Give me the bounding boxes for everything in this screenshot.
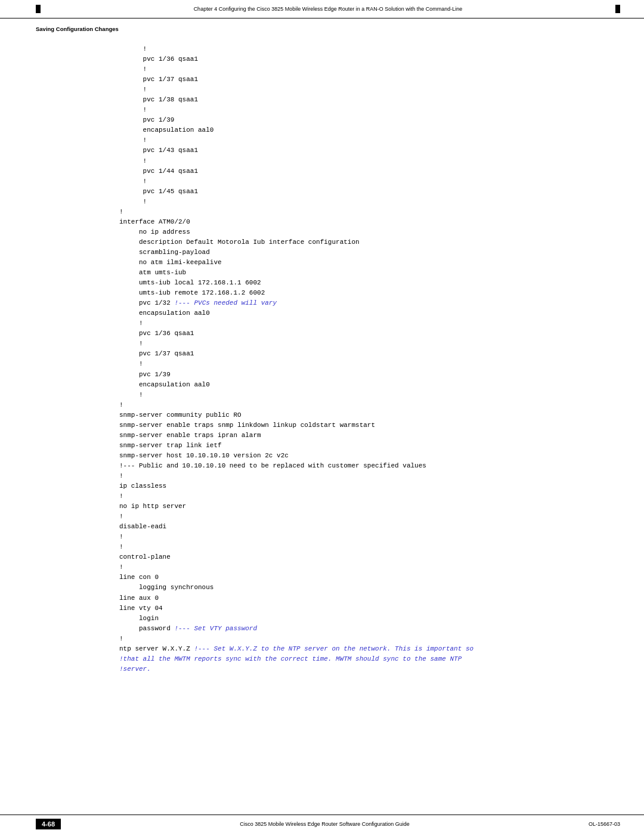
- code-line: encapsulation aal0: [119, 125, 620, 135]
- code-line: !: [119, 491, 620, 501]
- page: Chapter 4 Configuring the Cisco 3825 Mob…: [0, 0, 644, 833]
- code-line: !: [119, 400, 620, 410]
- code-line: !: [119, 532, 620, 542]
- code-line: pvc 1/39: [119, 370, 620, 380]
- code-line: snmp-server community public RO: [119, 410, 620, 420]
- code-line: control-plane: [119, 552, 620, 562]
- code-line: !that all the MWTM reports sync with the…: [119, 654, 620, 664]
- code-line: pvc 1/38 qsaa1: [119, 95, 620, 105]
- code-line: no ip address: [119, 227, 620, 237]
- code-line: line con 0: [119, 572, 620, 583]
- code-line: pvc 1/37 qsaa1: [119, 75, 620, 85]
- code-line: line aux 0: [119, 593, 620, 603]
- code-line: snmp-server enable traps ipran alarm: [119, 431, 620, 441]
- code-line: !--- Public and 10.10.10.10 need to be r…: [119, 461, 620, 471]
- section-heading: Saving Configuration Changes: [0, 18, 644, 32]
- code-line: ip classless: [119, 481, 620, 491]
- code-line: !server.: [119, 664, 620, 674]
- code-line: logging synchronous: [119, 583, 620, 593]
- code-line: line vty 04: [119, 603, 620, 614]
- code-line: atm umts-iub: [119, 268, 620, 278]
- header-right-bar: [615, 5, 620, 13]
- code-line: !: [119, 156, 620, 166]
- code-line: login: [119, 614, 620, 624]
- code-line: pvc 1/44 qsaa1: [119, 166, 620, 176]
- code-line: !: [119, 339, 620, 349]
- code-line: !: [119, 390, 620, 400]
- page-footer: 4-68 Cisco 3825 Mobile Wireless Edge Rou…: [0, 815, 644, 833]
- code-line: !: [119, 542, 620, 552]
- code-line: encapsulation aal0: [119, 308, 620, 318]
- code-line: !: [119, 318, 620, 329]
- code-line: snmp-server host 10.10.10.10 version 2c …: [119, 451, 620, 461]
- code-line: no atm ilmi-keepalive: [119, 258, 620, 268]
- code-line: !: [119, 85, 620, 95]
- code-line: pvc 1/45 qsaa1: [119, 187, 620, 197]
- code-line: pvc 1/32 !--- PVCs needed will vary: [119, 298, 620, 308]
- code-line: pvc 1/36 qsaa1: [119, 329, 620, 339]
- code-line: !: [119, 176, 620, 187]
- chapter-info: Chapter 4 Configuring the Cisco 3825 Mob…: [47, 6, 609, 12]
- code-line: pvc 1/37 qsaa1: [119, 349, 620, 359]
- code-line: snmp-server trap link ietf: [119, 441, 620, 451]
- code-line: interface ATM0/2/0: [119, 217, 620, 227]
- code-line: !: [119, 634, 620, 644]
- code-line: !: [119, 197, 620, 207]
- page-number: 4-68: [36, 819, 61, 829]
- code-line: snmp-server enable traps snmp linkdown l…: [119, 420, 620, 431]
- code-line: !: [119, 64, 620, 75]
- code-line: encapsulation aal0: [119, 380, 620, 390]
- code-line: password !--- Set VTY password: [119, 624, 620, 634]
- code-line: scrambling-payload: [119, 247, 620, 258]
- code-line: !: [119, 562, 620, 572]
- code-line: !: [119, 471, 620, 481]
- main-content: ! pvc 1/36 qsaa1 ! pvc 1/37 qsaa1 ! pvc …: [0, 32, 644, 710]
- code-line: ntp server W.X.Y.Z !--- Set W.X.Y.Z to t…: [119, 644, 620, 654]
- header-left-bar: [36, 5, 41, 13]
- code-line: pvc 1/43 qsaa1: [119, 145, 620, 156]
- code-line: no ip http server: [119, 501, 620, 512]
- code-block: ! pvc 1/36 qsaa1 ! pvc 1/37 qsaa1 ! pvc …: [119, 44, 620, 674]
- code-line: !: [119, 359, 620, 369]
- code-line: umts-iub remote 172.168.1.2 6002: [119, 288, 620, 298]
- code-line: description Default Motorola Iub interfa…: [119, 237, 620, 247]
- code-line: !: [119, 207, 620, 217]
- page-header: Chapter 4 Configuring the Cisco 3825 Mob…: [0, 0, 644, 18]
- code-line: pvc 1/36 qsaa1: [119, 54, 620, 64]
- code-line: !: [119, 105, 620, 115]
- footer-title: Cisco 3825 Mobile Wireless Edge Router S…: [61, 821, 589, 827]
- code-line: umts-iub local 172.168.1.1 6002: [119, 278, 620, 288]
- code-line: !: [119, 135, 620, 145]
- code-line: !: [119, 512, 620, 522]
- code-line: !: [119, 44, 620, 54]
- code-line: disable-eadi: [119, 522, 620, 532]
- footer-doc-number: OL-15667-03: [589, 821, 620, 827]
- code-line: pvc 1/39: [119, 115, 620, 125]
